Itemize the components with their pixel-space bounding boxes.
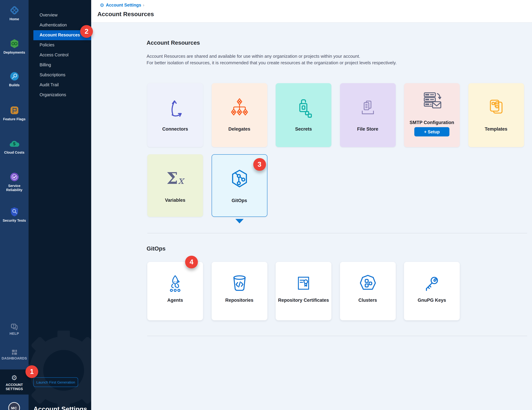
sidebar-footer-title: Account Settings <box>33 406 87 410</box>
card-label: Clusters <box>342 297 393 303</box>
smtp-configuration-icon <box>404 89 460 112</box>
card-smtp-configuration[interactable]: SMTP Configuration + Setup <box>404 83 460 147</box>
rail-item-label: Home <box>0 17 28 21</box>
annotation-badge-2: 2 <box>80 25 93 38</box>
card-agents[interactable]: Agents <box>147 262 203 320</box>
sidebar-item-organizations[interactable]: Organizations <box>28 90 91 100</box>
repositories-icon <box>211 269 267 297</box>
smtp-setup-button[interactable]: + Setup <box>414 127 449 137</box>
dashboards-icon <box>0 349 28 355</box>
card-templates[interactable]: Templates <box>468 83 524 147</box>
sidebar-item-billing[interactable]: Billing <box>28 60 91 70</box>
rail-item-security-tests[interactable]: Security Tests <box>0 206 28 223</box>
breadcrumb-chevron-icon: › <box>143 3 144 8</box>
rail-item-label: Service Reliability <box>0 184 28 192</box>
card-label: Repositories <box>214 297 265 303</box>
clusters-icon <box>340 269 396 297</box>
card-file-store[interactable]: File Store <box>340 83 396 147</box>
page-header: ⚙ Account Settings › Account Resources <box>91 0 532 23</box>
card-label: Variables <box>149 197 201 203</box>
sidebar-item-access-control[interactable]: Access Control <box>28 50 91 60</box>
rail-item-help[interactable]: ? HELP <box>0 324 28 336</box>
card-label: Templates <box>470 126 522 132</box>
settings-sidebar: Overview Authentication Account Resource… <box>28 0 91 410</box>
page-title: Account Resources <box>97 11 154 18</box>
card-label: Agents <box>149 297 201 303</box>
rail-item-label: Cloud Costs <box>0 151 28 155</box>
module-rail: Home Deployments Builds Feature Flags $ … <box>0 0 28 410</box>
launch-first-generation-button[interactable]: Launch First Generation <box>33 377 78 387</box>
card-repositories[interactable]: Repositories <box>211 262 267 320</box>
sidebar-item-overview[interactable]: Overview <box>28 10 91 20</box>
rail-item-home[interactable]: Home <box>0 4 28 21</box>
card-delegates[interactable]: Delegates <box>211 83 267 147</box>
gitops-section-title: GitOps <box>147 245 165 252</box>
description-line-1: Account Resources are shared and availab… <box>147 53 397 60</box>
rail-item-feature-flags[interactable]: Feature Flags <box>0 104 28 121</box>
user-avatar[interactable]: MC <box>8 402 20 410</box>
annotation-badge-3: 3 <box>253 158 266 171</box>
card-label: Connectors <box>149 126 201 132</box>
rail-item-account-settings[interactable]: ⚙ ACCOUNT SETTINGS <box>0 369 28 394</box>
svg-text:?: ? <box>13 324 14 328</box>
deployments-icon <box>0 38 28 49</box>
rail-item-label: Feature Flags <box>0 117 28 121</box>
card-clusters[interactable]: Clusters <box>340 262 396 320</box>
rail-item-cloud-costs[interactable]: $ Cloud Costs <box>0 138 28 155</box>
description-line-2: For better isolation of resources, it is… <box>147 60 397 66</box>
rail-item-label: HELP <box>0 332 28 336</box>
rail-item-service-reliability[interactable]: Service Reliability <box>0 171 28 192</box>
svg-text:$: $ <box>13 141 16 146</box>
section-divider <box>147 233 527 233</box>
security-tests-icon <box>0 206 28 218</box>
card-label: Delegates <box>214 126 265 132</box>
breadcrumb-gear-icon: ⚙ <box>100 3 104 8</box>
sidebar-item-policies[interactable]: Policies <box>28 40 91 50</box>
rail-item-dashboards[interactable]: DASHBOARDS <box>0 349 28 361</box>
rail-item-label: Security Tests <box>0 219 28 223</box>
annotation-badge-1: 1 <box>26 365 38 378</box>
help-icon: ? <box>0 324 28 331</box>
sidebar-item-audit-trail[interactable]: Audit Trail <box>28 80 91 90</box>
agents-icon <box>147 269 203 297</box>
rail-item-label: DASHBOARDS <box>0 356 28 361</box>
section-divider <box>147 336 527 336</box>
templates-icon <box>468 93 524 122</box>
sidebar-item-subscriptions[interactable]: Subscriptions <box>28 70 91 80</box>
annotation-badge-4: 4 <box>185 255 198 268</box>
account-settings-gear-icon: ⚙ <box>0 374 28 382</box>
feature-flags-icon <box>0 104 28 116</box>
rail-item-label: Builds <box>0 83 28 87</box>
card-repository-certificates[interactable]: Repository Certificates <box>276 262 331 320</box>
secrets-icon <box>276 93 331 122</box>
file-store-icon <box>340 93 396 122</box>
selection-caret-icon <box>235 219 244 223</box>
card-label: GitOps <box>214 197 265 204</box>
repository-certificates-icon <box>276 269 331 297</box>
card-secrets[interactable]: Secrets <box>276 83 331 147</box>
variables-icon: Σx <box>147 165 203 193</box>
section-title: Account Resources <box>147 39 200 46</box>
card-label: Repository Certificates <box>278 297 329 303</box>
gnupg-keys-icon <box>404 269 460 297</box>
connectors-icon <box>147 93 203 122</box>
card-gnupg-keys[interactable]: GnuPG Keys <box>404 262 460 320</box>
card-label: SMTP Configuration <box>406 119 458 126</box>
rail-item-deployments[interactable]: Deployments <box>0 38 28 55</box>
card-connectors[interactable]: Connectors <box>147 83 203 147</box>
builds-icon <box>0 71 28 82</box>
rail-item-label: Deployments <box>0 51 28 55</box>
card-label: Secrets <box>278 126 329 132</box>
section-description: Account Resources are shared and availab… <box>147 53 397 66</box>
home-icon <box>0 4 28 16</box>
card-variables[interactable]: Σx Variables <box>147 154 203 217</box>
cloud-costs-icon: $ <box>0 138 28 149</box>
card-label: GnuPG Keys <box>406 297 458 303</box>
app-window: Home Deployments Builds Feature Flags $ … <box>0 0 532 410</box>
breadcrumb: ⚙ Account Settings › <box>100 3 144 8</box>
card-label: File Store <box>342 126 393 132</box>
delegates-icon <box>211 93 267 122</box>
breadcrumb-link[interactable]: Account Settings <box>106 3 141 8</box>
rail-item-label: ACCOUNT SETTINGS <box>0 383 28 391</box>
rail-item-builds[interactable]: Builds <box>0 71 28 87</box>
